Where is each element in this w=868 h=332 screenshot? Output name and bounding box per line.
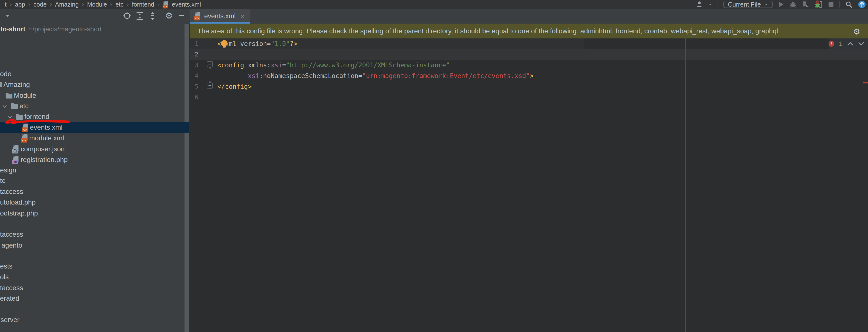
tree-item-label: esign	[0, 165, 16, 176]
breadcrumb-item-forntend[interactable]: forntend	[132, 1, 154, 8]
breadcrumb-separator: ›	[127, 1, 129, 8]
run-button[interactable]	[778, 1, 784, 8]
attach-debugger-button[interactable]	[814, 0, 823, 8]
breadcrumb-separator: ›	[157, 1, 160, 8]
json-file-icon: {}	[12, 145, 20, 154]
breadcrumb-separator: ›	[50, 1, 52, 8]
folder-icon	[16, 114, 23, 120]
breadcrumb-item-app[interactable]: app	[15, 1, 25, 8]
stop-button[interactable]	[828, 1, 834, 7]
breadcrumb: t›app›code›Amazing›Module›etc›forntend›<…	[2, 0, 204, 9]
tree-item-label: etc	[20, 101, 29, 111]
user-account-dropdown-icon[interactable]	[708, 3, 712, 6]
prev-error-icon[interactable]	[847, 42, 853, 46]
settings-gear-icon[interactable]: ⚙	[165, 11, 173, 21]
tab-label: events.xml	[204, 12, 236, 20]
tree-item-agento[interactable]: agento	[0, 240, 189, 251]
breadcrumb-item-code[interactable]: code	[33, 1, 46, 8]
xml-file-icon: <>	[163, 1, 169, 8]
folder-icon	[11, 103, 18, 109]
xml-file-icon: <>	[22, 124, 29, 132]
chevron-down-icon[interactable]	[2, 105, 7, 108]
breadcrumb-separator: ›	[82, 1, 84, 8]
breadcrumb-separator: ›	[9, 1, 12, 8]
tree-item-utoload-php[interactable]: utoload.php	[0, 197, 189, 208]
toolbar-divider	[718, 1, 718, 7]
tree-item-taccess[interactable]: taccess	[0, 186, 189, 197]
tree-item-server[interactable]: server	[0, 314, 189, 325]
profiler-button[interactable]	[802, 1, 809, 8]
update-available-icon[interactable]	[858, 0, 866, 8]
tree-item-ols[interactable]: ols	[0, 272, 189, 283]
project-view-dropdown-icon[interactable]	[5, 14, 10, 19]
banner-settings-gear-icon[interactable]: ⚙	[853, 27, 860, 36]
expand-all-icon[interactable]	[135, 12, 144, 22]
panel-toolbar-divider	[159, 11, 159, 21]
collapse-all-icon[interactable]	[149, 12, 157, 22]
next-error-icon[interactable]	[858, 42, 864, 46]
xml-file-icon: <>	[194, 12, 201, 21]
error-count: 1	[839, 40, 842, 48]
tree-item-erated[interactable]: erated	[0, 293, 189, 304]
editor-tab-strip: <> events.xml ×	[190, 9, 250, 24]
tab-events-xml[interactable]: <> events.xml ×	[190, 9, 250, 24]
inspections-widget[interactable]: ! 1	[829, 38, 868, 49]
editor-area[interactable]: 1<?xml version="1.0"?>23−<config xmlns:x…	[190, 38, 868, 332]
tree-item-label: taccess	[0, 283, 23, 293]
tree-item-tc[interactable]: tc	[0, 175, 189, 186]
breadcrumb-separator: ›	[110, 1, 113, 8]
gutter-separator	[216, 38, 216, 332]
tree-item-Amazing[interactable]: Amazing	[0, 79, 189, 90]
tree-item-ode[interactable]: ode	[0, 69, 189, 79]
line-number: 4	[190, 70, 198, 81]
tree-item-label: utoload.php	[0, 197, 35, 208]
config-warning-banner: The area of this config file is wrong. P…	[190, 24, 868, 38]
tree-item-etc[interactable]: etc	[0, 101, 189, 111]
run-configuration-label: Current File	[728, 1, 761, 8]
tree-item-ests[interactable]: ests	[0, 261, 189, 272]
code-line-1: <?xml version="1.0"?>	[217, 38, 298, 49]
tree-item-esign[interactable]: esign	[0, 165, 189, 176]
tree-item-label: module.xml	[29, 133, 64, 143]
tree-item-label: Amazing	[3, 79, 30, 90]
error-stripe-mark[interactable]	[863, 82, 868, 84]
tree-item-label: events.xml	[30, 122, 63, 133]
code-line-5: </config>	[217, 81, 252, 92]
tree-item-events-xml[interactable]: <>events.xml	[0, 122, 189, 133]
xml-file-icon: <>	[21, 134, 29, 142]
line-number: 2	[190, 49, 198, 60]
line-number: 1	[190, 38, 198, 49]
breadcrumb-item-t[interactable]: t	[5, 1, 7, 8]
breadcrumb-item-Amazing[interactable]: Amazing	[55, 1, 79, 8]
fold-open-marker[interactable]: −	[207, 60, 214, 69]
tree-item-taccess[interactable]: taccess	[0, 283, 189, 293]
breadcrumb-item-Module[interactable]: Module	[87, 1, 107, 8]
tree-item-Module[interactable]: Module	[0, 90, 189, 101]
chevron-down-icon[interactable]	[8, 115, 12, 119]
tree-item-label: taccess	[0, 229, 23, 240]
run-controls: Current File	[696, 0, 866, 9]
tree-item-registration-php[interactable]: PHPregistration.php	[0, 155, 189, 165]
tree-item-forntend[interactable]: forntend	[0, 111, 189, 122]
intention-bulb-icon[interactable]	[220, 39, 228, 51]
tree-item-ootstrap-php[interactable]: ootstrap.php	[0, 208, 189, 219]
tree-item-module-xml[interactable]: <>module.xml	[0, 133, 189, 143]
debug-button[interactable]	[789, 1, 797, 8]
locate-file-icon[interactable]	[123, 12, 131, 21]
search-everywhere-icon[interactable]	[845, 1, 852, 8]
fold-close-marker[interactable]: −	[207, 81, 214, 91]
breadcrumb-item-events.xml[interactable]: events.xml	[172, 1, 201, 8]
toolbar-divider	[839, 1, 840, 7]
project-root-path: ~/projects/magento-short	[29, 26, 101, 33]
secondary-bar: ⚙ <> events.xml ×	[0, 9, 868, 24]
user-account-icon[interactable]	[696, 1, 703, 8]
run-configuration-select[interactable]: Current File	[723, 1, 773, 8]
tree-item-taccess[interactable]: taccess	[0, 229, 189, 240]
breadcrumb-item-etc[interactable]: etc	[115, 1, 123, 8]
tab-close-icon[interactable]: ×	[241, 12, 245, 21]
project-root-row[interactable]: to-short ~/projects/magento-short	[0, 24, 101, 35]
hide-panel-icon[interactable]	[178, 12, 185, 20]
tree-item-composer-json[interactable]: {}composer.json	[0, 144, 189, 155]
folder-icon	[0, 82, 2, 87]
tree-item-label: ests	[0, 261, 12, 272]
